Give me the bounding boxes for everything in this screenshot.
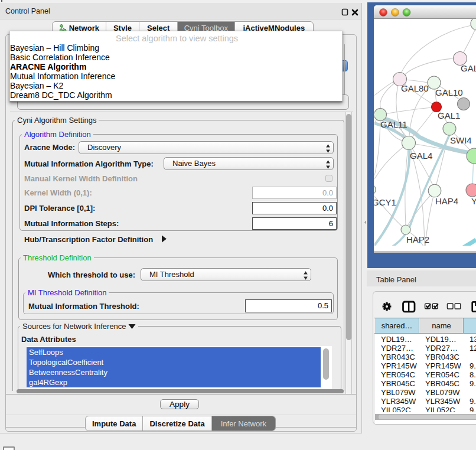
svg-text:GCY1: GCY1	[374, 197, 396, 207]
svg-text:HAP4: HAP4	[435, 196, 458, 206]
svg-text:GAL4: GAL4	[410, 151, 432, 161]
svg-text:GAL10: GAL10	[435, 87, 463, 97]
svg-text:YJ: YJ	[471, 196, 476, 206]
svg-text:GAL1: GAL1	[438, 110, 460, 120]
svg-text:GAL11: GAL11	[380, 119, 407, 129]
svg-text:SWI4: SWI4	[450, 135, 472, 145]
svg-text:GAL2: GAL2	[461, 63, 476, 73]
svg-text:GAL80: GAL80	[401, 83, 429, 93]
svg-text:HAP2: HAP2	[406, 234, 429, 244]
